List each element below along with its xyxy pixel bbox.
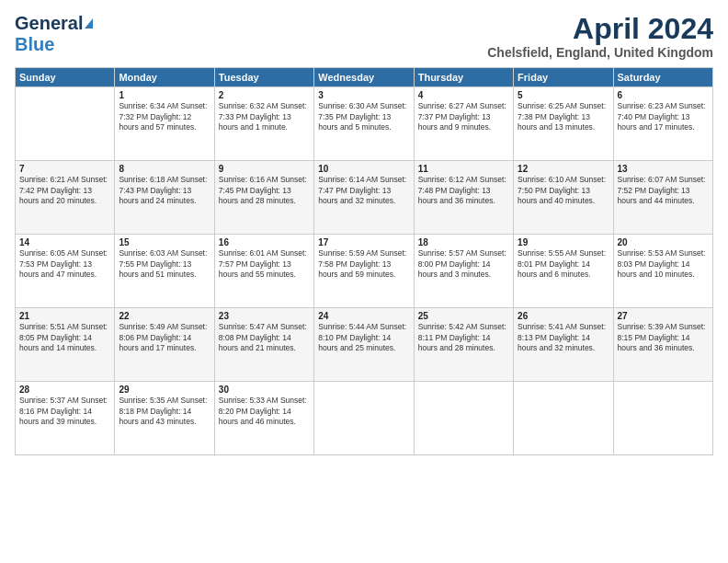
calendar-cell: 16Sunrise: 6:01 AM Sunset: 7:57 PM Dayli… — [214, 235, 313, 308]
col-header-thursday: Thursday — [414, 68, 513, 87]
cell-content: Sunrise: 6:12 AM Sunset: 7:48 PM Dayligh… — [418, 175, 509, 206]
calendar-cell — [314, 382, 414, 455]
cell-content: Sunrise: 5:44 AM Sunset: 8:10 PM Dayligh… — [318, 322, 409, 353]
calendar-cell: 10Sunrise: 6:14 AM Sunset: 7:47 PM Dayli… — [314, 161, 414, 235]
cell-content: Sunrise: 5:53 AM Sunset: 8:03 PM Dayligh… — [618, 248, 709, 280]
calendar-cell: 4Sunrise: 6:27 AM Sunset: 7:37 PM Daylig… — [414, 87, 513, 161]
week-row-3: 14Sunrise: 6:05 AM Sunset: 7:53 PM Dayli… — [16, 235, 713, 308]
col-header-tuesday: Tuesday — [214, 68, 313, 87]
cell-content: Sunrise: 6:32 AM Sunset: 7:33 PM Dayligh… — [219, 101, 310, 132]
cell-content: Sunrise: 5:57 AM Sunset: 8:00 PM Dayligh… — [418, 248, 509, 280]
calendar-table: SundayMondayTuesdayWednesdayThursdayFrid… — [15, 67, 713, 455]
day-number: 5 — [518, 90, 609, 100]
day-number: 3 — [318, 90, 409, 100]
day-number: 11 — [418, 164, 509, 174]
cell-content: Sunrise: 6:10 AM Sunset: 7:50 PM Dayligh… — [518, 175, 609, 206]
day-number: 9 — [219, 164, 310, 174]
calendar-cell: 11Sunrise: 6:12 AM Sunset: 7:48 PM Dayli… — [414, 161, 513, 235]
col-header-wednesday: Wednesday — [314, 68, 414, 87]
cell-content: Sunrise: 5:49 AM Sunset: 8:06 PM Dayligh… — [119, 322, 210, 353]
col-header-sunday: Sunday — [16, 68, 115, 87]
calendar-cell: 18Sunrise: 5:57 AM Sunset: 8:00 PM Dayli… — [414, 235, 513, 308]
week-row-1: 1Sunrise: 6:34 AM Sunset: 7:32 PM Daylig… — [16, 87, 713, 161]
day-number: 27 — [618, 311, 709, 321]
cell-content: Sunrise: 5:33 AM Sunset: 8:20 PM Dayligh… — [219, 396, 310, 427]
day-number: 4 — [418, 90, 509, 100]
cell-content: Sunrise: 5:47 AM Sunset: 8:08 PM Dayligh… — [219, 322, 310, 353]
calendar-cell: 1Sunrise: 6:34 AM Sunset: 7:32 PM Daylig… — [115, 87, 214, 161]
cell-content: Sunrise: 5:42 AM Sunset: 8:11 PM Dayligh… — [418, 322, 509, 353]
cell-content: Sunrise: 6:05 AM Sunset: 7:53 PM Dayligh… — [19, 248, 110, 280]
day-number: 8 — [119, 164, 210, 174]
calendar-cell: 27Sunrise: 5:39 AM Sunset: 8:15 PM Dayli… — [613, 308, 712, 382]
calendar-cell: 23Sunrise: 5:47 AM Sunset: 8:08 PM Dayli… — [214, 308, 313, 382]
calendar-cell — [514, 382, 613, 455]
day-number: 24 — [318, 311, 409, 321]
day-number: 22 — [119, 311, 210, 321]
calendar-cell: 21Sunrise: 5:51 AM Sunset: 8:05 PM Dayli… — [16, 308, 115, 382]
calendar-cell: 19Sunrise: 5:55 AM Sunset: 8:01 PM Dayli… — [514, 235, 613, 308]
day-number: 12 — [518, 164, 609, 174]
day-number: 1 — [119, 90, 210, 100]
cell-content: Sunrise: 5:39 AM Sunset: 8:15 PM Dayligh… — [618, 322, 709, 353]
day-number: 19 — [518, 237, 609, 247]
day-number: 29 — [119, 385, 210, 395]
cell-content: Sunrise: 6:14 AM Sunset: 7:47 PM Dayligh… — [318, 175, 409, 206]
cell-content: Sunrise: 6:34 AM Sunset: 7:32 PM Dayligh… — [119, 101, 210, 132]
calendar-cell: 13Sunrise: 6:07 AM Sunset: 7:52 PM Dayli… — [613, 161, 712, 235]
header-row: SundayMondayTuesdayWednesdayThursdayFrid… — [16, 68, 713, 87]
location: Chelsfield, England, United Kingdom — [487, 45, 713, 60]
calendar-cell: 12Sunrise: 6:10 AM Sunset: 7:50 PM Dayli… — [514, 161, 613, 235]
calendar-cell — [414, 382, 513, 455]
calendar-cell: 26Sunrise: 5:41 AM Sunset: 8:13 PM Dayli… — [514, 308, 613, 382]
calendar-cell: 6Sunrise: 6:23 AM Sunset: 7:40 PM Daylig… — [613, 87, 712, 161]
logo-line2: Blue — [15, 34, 54, 55]
day-number: 15 — [119, 237, 210, 247]
page: General Blue April 2024 Chelsfield, Engl… — [0, 0, 728, 563]
week-row-2: 7Sunrise: 6:21 AM Sunset: 7:42 PM Daylig… — [16, 161, 713, 235]
day-number: 23 — [219, 311, 310, 321]
cell-content: Sunrise: 6:01 AM Sunset: 7:57 PM Dayligh… — [219, 248, 310, 280]
day-number: 21 — [19, 311, 110, 321]
cell-content: Sunrise: 6:07 AM Sunset: 7:52 PM Dayligh… — [618, 175, 709, 206]
calendar-cell: 29Sunrise: 5:35 AM Sunset: 8:18 PM Dayli… — [115, 382, 214, 455]
calendar-cell: 8Sunrise: 6:18 AM Sunset: 7:43 PM Daylig… — [115, 161, 214, 235]
week-row-5: 28Sunrise: 5:37 AM Sunset: 8:16 PM Dayli… — [16, 382, 713, 455]
calendar-cell: 17Sunrise: 5:59 AM Sunset: 7:58 PM Dayli… — [314, 235, 414, 308]
day-number: 25 — [418, 311, 509, 321]
calendar-cell: 7Sunrise: 6:21 AM Sunset: 7:42 PM Daylig… — [16, 161, 115, 235]
day-number: 16 — [219, 237, 310, 247]
col-header-friday: Friday — [514, 68, 613, 87]
logo-general: General — [15, 13, 83, 34]
calendar-cell — [613, 382, 712, 455]
logo-line1: General — [15, 13, 93, 34]
calendar-cell: 25Sunrise: 5:42 AM Sunset: 8:11 PM Dayli… — [414, 308, 513, 382]
title-block: April 2024 Chelsfield, England, United K… — [487, 13, 713, 60]
calendar-cell: 20Sunrise: 5:53 AM Sunset: 8:03 PM Dayli… — [613, 235, 712, 308]
logo-arrow-icon — [85, 18, 93, 29]
cell-content: Sunrise: 5:37 AM Sunset: 8:16 PM Dayligh… — [19, 396, 110, 427]
cell-content: Sunrise: 5:41 AM Sunset: 8:13 PM Dayligh… — [518, 322, 609, 353]
day-number: 28 — [19, 385, 110, 395]
cell-content: Sunrise: 6:30 AM Sunset: 7:35 PM Dayligh… — [318, 101, 409, 132]
calendar-cell: 24Sunrise: 5:44 AM Sunset: 8:10 PM Dayli… — [314, 308, 414, 382]
col-header-saturday: Saturday — [613, 68, 712, 87]
cell-content: Sunrise: 6:25 AM Sunset: 7:38 PM Dayligh… — [518, 101, 609, 132]
cell-content: Sunrise: 6:21 AM Sunset: 7:42 PM Dayligh… — [19, 175, 110, 206]
cell-content: Sunrise: 6:03 AM Sunset: 7:55 PM Dayligh… — [119, 248, 210, 280]
day-number: 18 — [418, 237, 509, 247]
calendar-cell: 3Sunrise: 6:30 AM Sunset: 7:35 PM Daylig… — [314, 87, 414, 161]
month-title: April 2024 — [487, 13, 713, 45]
calendar-cell: 14Sunrise: 6:05 AM Sunset: 7:53 PM Dayli… — [16, 235, 115, 308]
cell-content: Sunrise: 5:59 AM Sunset: 7:58 PM Dayligh… — [318, 248, 409, 280]
cell-content: Sunrise: 6:16 AM Sunset: 7:45 PM Dayligh… — [219, 175, 310, 206]
calendar-cell: 9Sunrise: 6:16 AM Sunset: 7:45 PM Daylig… — [214, 161, 313, 235]
day-number: 20 — [618, 237, 709, 247]
calendar-cell: 30Sunrise: 5:33 AM Sunset: 8:20 PM Dayli… — [214, 382, 313, 455]
day-number: 14 — [19, 237, 110, 247]
day-number: 26 — [518, 311, 609, 321]
day-number: 10 — [318, 164, 409, 174]
cell-content: Sunrise: 6:18 AM Sunset: 7:43 PM Dayligh… — [119, 175, 210, 206]
day-number: 6 — [618, 90, 709, 100]
calendar-cell — [16, 87, 115, 161]
